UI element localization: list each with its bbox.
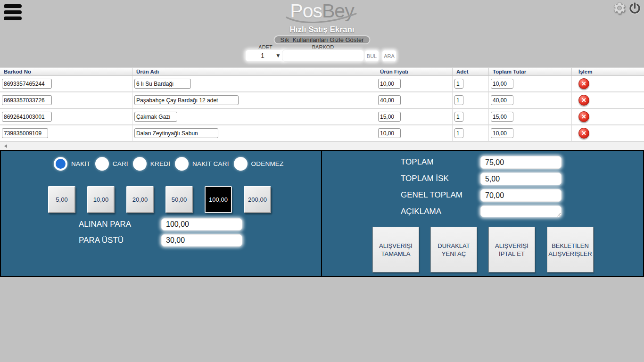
row-barcode-input[interactable]	[2, 128, 48, 138]
alinan-para-label: ALINAN PARA	[79, 220, 131, 229]
row-qty-input[interactable]	[454, 112, 463, 122]
grand-total-input[interactable]	[480, 189, 561, 202]
denom-50-button[interactable]: 50,00	[165, 186, 193, 213]
row-qty-input[interactable]	[454, 128, 463, 138]
row-total-input[interactable]	[491, 95, 513, 105]
col-header-urun-adi: Ürün Adı	[132, 68, 376, 75]
radio-circle[interactable]	[234, 157, 248, 171]
change-money-input[interactable]	[161, 234, 242, 247]
radio-circle[interactable]	[175, 157, 189, 171]
denom-200-button[interactable]: 200,00	[244, 186, 271, 213]
delete-row-icon[interactable]: ✕	[578, 95, 589, 106]
radio-label: NAKİT CARİ	[192, 160, 229, 167]
table-row: ✕	[0, 125, 644, 142]
table-row: ✕	[0, 76, 644, 92]
cancel-sale-button[interactable]: ALIŞVERİŞİ İPTAL ET	[488, 227, 535, 272]
description-textarea[interactable]	[480, 206, 561, 217]
radio-circle-selected[interactable]	[54, 157, 67, 171]
row-qty-input[interactable]	[454, 79, 463, 89]
scroll-left-arrow-icon[interactable]	[4, 144, 7, 148]
row-product-name-input[interactable]	[134, 128, 218, 138]
radio-label: ODENMEZ	[251, 160, 284, 167]
pos-quick-sale-screen: PosBey Hızlı Satış Ekranı Sık Kullanılan…	[0, 0, 644, 362]
payment-method-group: NAKİT CARİ KREDİ NAKİT CARİ ODENMEZ	[54, 157, 284, 171]
delete-row-icon[interactable]: ✕	[578, 128, 589, 139]
toplam-label: TOPLAM	[401, 157, 434, 167]
total-discount-input[interactable]	[480, 173, 561, 185]
find-button[interactable]: BUL	[364, 50, 379, 62]
genel-toplam-label: GENEL TOPLAM	[401, 190, 462, 200]
page-title: Hızlı Satış Ekranı	[0, 25, 644, 34]
denom-100-button-selected[interactable]: 100,00	[205, 186, 232, 213]
payment-panel: NAKİT CARİ KREDİ NAKİT CARİ ODENMEZ	[0, 150, 644, 277]
delete-row-icon[interactable]: ✕	[578, 78, 589, 89]
horizontal-scrollbar[interactable]	[0, 142, 644, 150]
favorites-toggle-button[interactable]: Sık Kullanılanları Gizle Göster	[273, 35, 370, 44]
row-price-input[interactable]	[378, 112, 401, 122]
radio-label: KREDİ	[150, 160, 170, 167]
delete-row-icon[interactable]: ✕	[578, 111, 589, 122]
summary-right-pane: TOPLAM TOPLAM İSK GENEL TOPLAM AÇIKLAMA …	[322, 151, 643, 276]
row-product-name-input[interactable]	[134, 112, 177, 122]
radio-label: NAKİT	[71, 160, 91, 167]
col-header-barkod-no: Barkod No	[0, 68, 132, 75]
col-header-urun-fiyati: Ürün Fiyatı	[376, 68, 453, 75]
row-price-input[interactable]	[378, 95, 401, 105]
table-row: ✕	[0, 109, 644, 125]
barcode-input[interactable]	[282, 49, 364, 62]
row-qty-input[interactable]	[454, 95, 463, 105]
table-row: ✕	[0, 92, 644, 109]
row-barcode-input[interactable]	[2, 79, 52, 89]
table-header-row: Barkod No Ürün Adı Ürün Fiyatı Adet Topl…	[0, 67, 644, 76]
radio-nakit-cari[interactable]: NAKİT CARİ	[175, 157, 229, 171]
row-total-input[interactable]	[491, 112, 513, 122]
aciklama-label: AÇIKLAMA	[401, 207, 441, 216]
total-input[interactable]	[480, 156, 561, 169]
complete-sale-button[interactable]: ALIŞVERİŞİ TAMAMLA	[372, 227, 419, 272]
row-total-input[interactable]	[491, 79, 513, 89]
row-barcode-input[interactable]	[2, 95, 52, 105]
row-total-input[interactable]	[491, 128, 513, 138]
denom-20-button[interactable]: 20,00	[126, 186, 154, 213]
denom-5-button[interactable]: 5,00	[48, 186, 75, 213]
pause-open-new-button[interactable]: DURAKLAT YENİ AÇ	[430, 227, 477, 272]
col-header-islem: İşlem	[572, 68, 644, 75]
held-sales-button[interactable]: BEKLETİLEN ALIŞVERİŞLER	[547, 227, 594, 272]
radio-circle[interactable]	[95, 157, 109, 171]
row-price-input[interactable]	[378, 128, 401, 138]
col-header-toplam-tutar: Toplam Tutar	[489, 68, 572, 75]
radio-cari[interactable]: CARİ	[95, 157, 128, 171]
para-ustu-label: PARA ÜSTÜ	[79, 236, 124, 245]
payment-left-pane: NAKİT CARİ KREDİ NAKİT CARİ ODENMEZ	[1, 151, 322, 276]
received-money-input[interactable]	[161, 218, 242, 230]
radio-kredi[interactable]: KREDİ	[133, 157, 170, 171]
quantity-select[interactable]: 1	[246, 50, 285, 61]
search-button[interactable]: ARA	[382, 50, 396, 62]
radio-circle[interactable]	[133, 157, 147, 171]
toplam-isk-label: TOPLAM İSK	[401, 174, 449, 183]
radio-nakit[interactable]: NAKİT	[54, 157, 91, 171]
row-price-input[interactable]	[378, 79, 401, 89]
row-product-name-input[interactable]	[134, 95, 239, 105]
radio-label: CARİ	[113, 160, 128, 167]
row-barcode-input[interactable]	[2, 112, 52, 122]
denomination-buttons: 5,00 10,00 20,00 50,00 100,00 200,00	[48, 186, 271, 213]
logo-swoosh	[285, 13, 359, 26]
col-header-adet: Adet	[453, 68, 489, 75]
row-product-name-input[interactable]	[134, 79, 191, 89]
radio-odenmez[interactable]: ODENMEZ	[234, 157, 284, 171]
sale-items-table: Barkod No Ürün Adı Ürün Fiyatı Adet Topl…	[0, 67, 644, 142]
denom-10-button[interactable]: 10,00	[87, 186, 115, 213]
